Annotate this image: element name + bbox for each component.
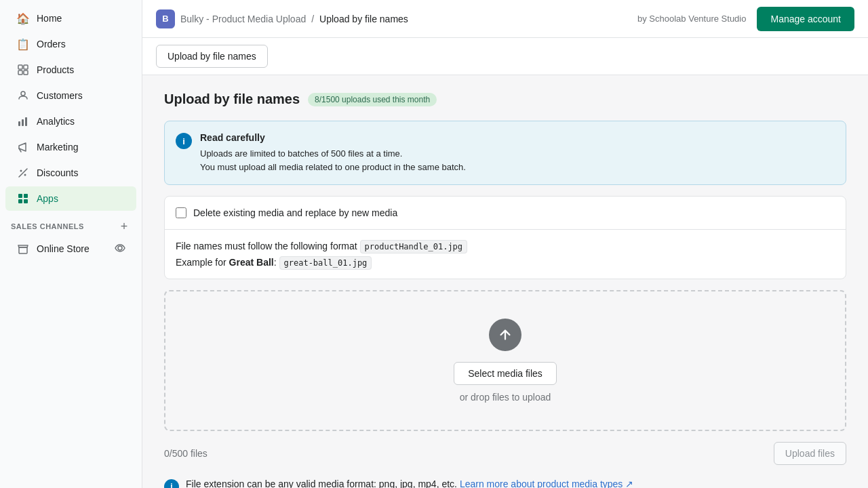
info-line1: Uploads are limited to batches of 500 fi… [200, 147, 466, 161]
app-icon: B [156, 9, 175, 28]
svg-rect-11 [24, 194, 28, 198]
online-store-icon [16, 242, 30, 256]
svg-rect-10 [18, 194, 22, 198]
example-colon: : [274, 257, 277, 268]
sidebar: 🏠 Home 📋 Orders Products Customers Analy… [0, 0, 142, 488]
sidebar-item-orders[interactable]: 📋 Orders [5, 32, 136, 56]
uploads-badge: 8/1500 uploads used this month [308, 93, 437, 106]
main-area: B Bulky - Product Media Upload / Upload … [142, 0, 868, 488]
svg-rect-7 [25, 117, 27, 126]
bottom-info-content: File extension can be any valid media fo… [186, 479, 457, 488]
format-section: File names must follow the following for… [165, 229, 846, 279]
sidebar-item-apps[interactable]: Apps [5, 186, 136, 211]
delete-media-checkbox[interactable] [176, 207, 186, 218]
page-title: Upload by file names [164, 92, 300, 107]
example-code: great-ball_01.jpg [279, 256, 372, 270]
orders-icon: 📋 [16, 37, 30, 51]
sidebar-item-label: Orders [37, 39, 66, 49]
subtab-bar: Upload by file names [142, 38, 868, 75]
upload-footer: 0/500 files Upload files [164, 442, 846, 465]
svg-rect-12 [18, 199, 22, 203]
settings-card: Delete existing media and replace by new… [164, 196, 846, 279]
apps-icon [16, 192, 30, 205]
info-line2: You must upload all media related to one… [200, 161, 466, 174]
add-sales-channel-button[interactable]: + [117, 220, 131, 233]
drop-hint: or drop files to upload [193, 392, 818, 403]
svg-rect-3 [24, 70, 28, 75]
sidebar-item-label: Discounts [37, 167, 78, 178]
page-header: Upload by file names 8/1500 uploads used… [164, 92, 846, 107]
sidebar-item-label: Apps [37, 193, 58, 204]
format-intro: File names must follow the following for… [176, 241, 357, 251]
delete-media-label[interactable]: Delete existing media and replace by new… [176, 207, 835, 218]
sidebar-item-online-store[interactable]: Online Store [5, 237, 136, 261]
file-dropzone[interactable]: Select media files or drop files to uplo… [164, 290, 846, 431]
info-content: Read carefully Uploads are limited to ba… [200, 132, 466, 174]
bottom-info-text: File extension can be any valid media fo… [186, 479, 633, 488]
info-title: Read carefully [200, 132, 466, 143]
customers-icon [16, 89, 30, 102]
format-row: File names must follow the following for… [176, 241, 835, 251]
sidebar-item-products[interactable]: Products [5, 58, 136, 82]
sidebar-item-label: Analytics [37, 116, 75, 127]
external-link-icon: ↗ [625, 479, 633, 488]
delete-checkbox-section: Delete existing media and replace by new… [165, 197, 846, 229]
breadcrumb-app-name[interactable]: Bulky - Product Media Upload [180, 14, 306, 24]
sidebar-item-label: Products [37, 64, 74, 75]
app-byline: by Schoolab Venture Studio [637, 14, 746, 24]
sidebar-item-home[interactable]: 🏠 Home [5, 6, 136, 30]
svg-point-4 [21, 92, 25, 96]
discounts-icon [16, 166, 30, 180]
svg-rect-5 [18, 121, 20, 126]
svg-point-14 [118, 246, 122, 250]
marketing-icon [16, 140, 30, 154]
manage-account-button[interactable]: Manage account [757, 7, 854, 31]
svg-rect-6 [22, 119, 24, 126]
page-content: Upload by file names 8/1500 uploads used… [142, 75, 868, 488]
delete-label-text: Delete existing media and replace by new… [193, 207, 397, 218]
online-store-visibility-icon[interactable] [115, 243, 125, 256]
svg-rect-1 [24, 65, 28, 69]
analytics-icon [16, 115, 30, 128]
upload-files-button[interactable]: Upload files [774, 442, 846, 465]
example-bold: Great Ball [229, 257, 274, 268]
sidebar-item-label: Customers [37, 90, 83, 101]
upload-arrow-icon [489, 319, 521, 351]
select-media-files-button[interactable]: Select media files [454, 362, 557, 385]
svg-rect-0 [18, 65, 22, 69]
example-row: Example for Great Ball: great-ball_01.jp… [176, 257, 835, 268]
sidebar-item-analytics[interactable]: Analytics [5, 109, 136, 134]
learn-more-link[interactable]: Learn more about product media types ↗ [460, 479, 633, 488]
format-code: productHandle_01.jpg [360, 240, 468, 253]
breadcrumb: B Bulky - Product Media Upload / Upload … [156, 9, 408, 28]
info-icon: i [176, 133, 192, 149]
svg-rect-13 [24, 199, 28, 203]
breadcrumb-separator: / [311, 14, 314, 24]
sidebar-item-label: Home [37, 13, 62, 24]
products-icon [16, 63, 30, 77]
breadcrumb-current: Upload by file names [319, 14, 408, 24]
upload-by-file-names-tab[interactable]: Upload by file names [156, 45, 268, 68]
bottom-info-icon: i [164, 479, 179, 488]
sales-channels-section: SALES CHANNELS + [0, 211, 142, 236]
home-icon: 🏠 [16, 12, 30, 25]
sidebar-item-marketing[interactable]: Marketing [5, 135, 136, 159]
sidebar-item-customers[interactable]: Customers [5, 83, 136, 108]
svg-point-9 [24, 174, 26, 176]
sidebar-item-label: Online Store [37, 243, 90, 254]
svg-point-8 [20, 170, 22, 172]
example-intro: Example for [176, 257, 226, 268]
svg-rect-2 [18, 70, 22, 75]
sidebar-item-discounts[interactable]: Discounts [5, 161, 136, 185]
topbar: B Bulky - Product Media Upload / Upload … [142, 0, 868, 38]
bottom-info: i File extension can be any valid media … [164, 479, 846, 488]
file-count: 0/500 files [164, 448, 208, 459]
info-box: i Read carefully Uploads are limited to … [164, 121, 846, 185]
sidebar-item-label: Marketing [37, 142, 78, 152]
